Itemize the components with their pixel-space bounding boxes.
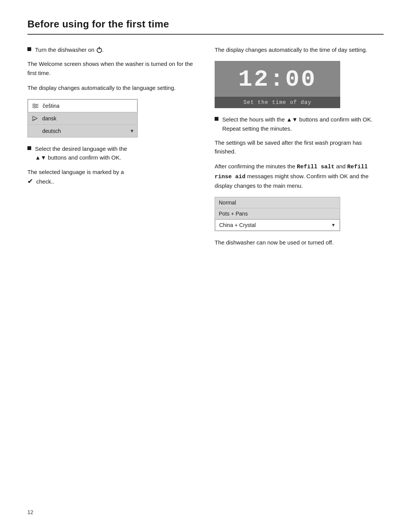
power-icon [97, 48, 102, 53]
para3-part1: After confirming the minutes the [215, 163, 297, 169]
right-column: The display changes automatically to the… [215, 45, 384, 253]
time-label-bar: Set the time of day [215, 97, 340, 108]
lang-row-cestina: čeština [28, 99, 137, 112]
blank-icon [31, 127, 39, 135]
bullet-icon-2 [27, 146, 31, 150]
page-title: Before using for the first time [27, 18, 384, 30]
lang-row-dansk: dansk [28, 112, 137, 125]
para-settings-saved: The settings will be saved after the fir… [215, 138, 384, 156]
lang-dansk: dansk [42, 115, 134, 121]
bullet-select-language: Select the desired language with the ▲▼ … [27, 144, 196, 162]
checkmark-icon: ✔ [27, 177, 33, 185]
prog-arrow-icon: ▼ [331, 222, 336, 228]
para-refill-messages: After confirming the minutes the Refill … [215, 162, 384, 190]
prog-pots: Pots + Pans [219, 211, 336, 217]
bullet1-text: Turn the dishwasher on [35, 46, 94, 53]
refill-salt-text: Refill salt [297, 164, 335, 170]
para-display-language: The display changes automatically to the… [27, 83, 196, 92]
lang-cestina: čeština [43, 103, 134, 109]
para-welcome: The Welcome screen shows when the washer… [27, 59, 196, 77]
bullet2-text-line1: Select the desired language with the [35, 145, 127, 152]
bullet-power-on: Turn the dishwasher on . [27, 45, 196, 54]
lang-deutsch: deutsch [42, 128, 130, 134]
para-checkmark: The selected language is marked by a ✔ c… [27, 168, 196, 187]
prog-row-china: China + Crystal ▼ [215, 219, 340, 231]
prog-row-normal: Normal [215, 197, 340, 208]
lang-arrow-icon: ▼ [130, 128, 134, 134]
section-divider [27, 34, 384, 35]
bullet-hours-text: Select the hours with the ▲▼ buttons and… [222, 115, 384, 133]
svg-point-5 [34, 107, 35, 108]
para3-and: and [335, 163, 347, 169]
svg-point-4 [35, 105, 37, 107]
bullet-icon [27, 47, 31, 51]
language-selector-box: čeština dansk deutsch ▼ [27, 99, 138, 137]
flag-icon [31, 114, 39, 123]
prog-row-pots: Pots + Pans [215, 208, 340, 219]
program-list-box: Normal Pots + Pans China + Crystal ▼ [215, 197, 340, 231]
prog-normal: Normal [219, 200, 336, 206]
para-display-time: The display changes automatically to the… [215, 45, 384, 54]
sliders-icon [31, 102, 40, 110]
prog-china: China + Crystal [219, 222, 331, 228]
page-number: 12 [27, 509, 33, 515]
para-used-or-off: The dishwasher can now be used or turned… [215, 238, 384, 247]
bullet-select-hours: Select the hours with the ▲▼ buttons and… [215, 115, 384, 133]
svg-point-3 [33, 104, 35, 105]
time-clock-display: 12:00 [215, 61, 340, 94]
lang-row-deutsch: deutsch ▼ [28, 125, 137, 137]
bullet2-text-line2: ▲▼ buttons and confirm with OK. [35, 154, 121, 161]
time-display-box: 12:00 Set the time of day [215, 61, 340, 108]
main-content: Turn the dishwasher on . The Welcome scr… [27, 45, 384, 253]
bullet-icon-3 [215, 117, 218, 121]
left-column: Turn the dishwasher on . The Welcome scr… [27, 45, 196, 253]
